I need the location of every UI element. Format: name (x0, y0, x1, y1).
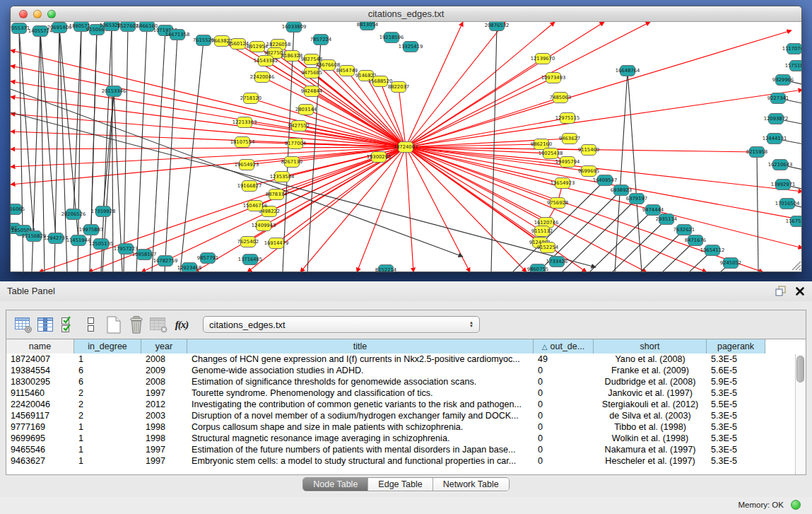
graph-node-label: 16914479 (264, 240, 289, 246)
table-row[interactable]: 1872400712008Changes of HCN gene express… (6, 354, 806, 365)
graph-node-label: 1527602 (117, 23, 139, 29)
graph-node[interactable]: 6938923 (611, 185, 632, 196)
graph-node[interactable]: 11170767 (782, 44, 802, 54)
graph-node[interactable]: 16033809 (282, 22, 307, 33)
graph-node[interactable]: 18107554 (230, 137, 255, 148)
table-row[interactable]: 946362711997Embryonic stem cells: a mode… (6, 455, 806, 467)
graph-node[interactable]: 17359928 (91, 206, 116, 217)
graph-node[interactable]: 16210643 (768, 160, 793, 170)
graph-node[interactable]: 16914479 (264, 238, 289, 249)
graph-node[interactable]: 12975115 (555, 113, 580, 124)
graph-node[interactable]: 8878334 (266, 189, 287, 200)
graph-node[interactable]: 12505135 (89, 239, 114, 250)
table-cell: 2 (74, 410, 141, 421)
graph-node[interactable]: 15751874 (785, 61, 802, 71)
graph-node[interactable]: 20876532 (485, 22, 510, 31)
network-canvas[interactable]: 2055371140557242069140618905719915066310… (11, 22, 802, 272)
select-all-button[interactable] (57, 314, 80, 335)
tab-node-table[interactable]: Node Table (303, 478, 368, 491)
table-cell: 1998 (141, 421, 187, 433)
graph-node[interactable]: 13325419 (399, 42, 423, 52)
graph-node[interactable]: 9474444 (642, 205, 664, 216)
graph-edge (406, 147, 587, 272)
table-row[interactable]: 1456911722003Disruption of a novel membe… (6, 410, 806, 421)
graph-node[interactable]: 9329966 (772, 75, 794, 86)
function-builder-button[interactable]: f(x) (170, 314, 193, 335)
graph-node[interactable]: 12942737 (44, 233, 69, 244)
graph-node[interactable]: 13654923 (551, 178, 575, 189)
graph-node[interactable]: 2718120 (240, 93, 261, 104)
graph-node[interactable]: 2516065 (11, 204, 25, 215)
graph-node[interactable]: 7485063 (550, 93, 571, 103)
graph-node[interactable]: 12444131 (763, 134, 787, 144)
column-header-title[interactable]: title (187, 339, 534, 354)
float-panel-icon[interactable] (775, 285, 787, 297)
column-header-short[interactable]: short (594, 339, 707, 354)
table-row[interactable]: 969969511998Structural magnetic resonanc… (6, 433, 806, 444)
graph-node[interactable]: 10654112 (700, 245, 725, 256)
graph-node[interactable]: 9245052 (720, 258, 741, 269)
scrollbar-thumb[interactable] (796, 356, 804, 382)
graph-node[interactable]: 22420046 (250, 72, 275, 83)
graph-node[interactable]: 2055371 (11, 23, 30, 34)
table-row[interactable]: 946554611997Estimation of the future num… (6, 444, 806, 455)
table-row[interactable]: 977716911998Corpus callosum shape and si… (6, 421, 806, 433)
graph-node[interactable]: 16648764 (616, 66, 640, 76)
create-column-button[interactable] (102, 314, 125, 335)
graph-node[interactable]: 12093872 (764, 114, 789, 124)
memory-status-indicator[interactable] (791, 500, 801, 510)
graph-node[interactable]: 16409547 (593, 175, 618, 186)
column-header-in_degree[interactable]: in_degree (74, 339, 141, 354)
graph-node-label: 8878334 (266, 192, 287, 197)
graph-node[interactable]: 20153346 (102, 86, 126, 97)
graph-node[interactable]: 11451944 (66, 235, 91, 246)
graph-node[interactable]: 8215958 (746, 147, 767, 158)
graph-node[interactable]: 7857224 (310, 35, 331, 45)
column-header-out_de[interactable]: △out_de... (534, 339, 594, 354)
column-header-name[interactable]: name (6, 339, 74, 354)
graph-node[interactable]: 1527602 (117, 22, 139, 32)
window-resize-grip[interactable] (789, 258, 801, 271)
graph-node[interactable]: 9115460 (578, 145, 599, 156)
graph-node[interactable]: 9699695 (578, 166, 599, 177)
graph-node[interactable]: 17016504 (775, 199, 800, 209)
graph-node[interactable]: 7632621 (673, 225, 695, 235)
table-row[interactable]: 911546021997Tourette syndrome. Phenomeno… (6, 387, 806, 399)
table-cell: 9465546 (6, 444, 74, 455)
graph-node[interactable]: 12353584 (270, 172, 295, 182)
delete-table-button-disabled[interactable] (148, 314, 170, 335)
graph-node[interactable]: 7625402 (237, 237, 259, 247)
show-column-button[interactable] (35, 314, 57, 335)
column-header-pagerank[interactable]: pagerank (707, 339, 765, 354)
graph-node[interactable]: 11675300 (786, 216, 802, 227)
graph-node[interactable]: 8152214 (375, 265, 396, 273)
window-titlebar[interactable]: citations_edges.txt (11, 6, 801, 22)
graph-node[interactable]: 9463627 (559, 134, 580, 144)
table-row[interactable]: 1830029562008Estimation of significance … (6, 376, 806, 387)
graph-node[interactable]: 9424844 (301, 86, 322, 97)
network-selector-dropdown[interactable]: citations_edges.txt ▲▼ (203, 316, 480, 333)
sort-ascending-icon: △ (542, 343, 548, 351)
graph-node[interactable]: 9857791 (197, 253, 218, 264)
tab-edge-table[interactable]: Edge Table (368, 478, 433, 491)
graph-node[interactable]: 19166827 (237, 181, 262, 192)
column-settings-button[interactable] (12, 314, 35, 335)
tab-network-table[interactable]: Network Table (433, 478, 509, 491)
table-row[interactable]: 1938455462009Genome-wide association stu… (6, 365, 806, 376)
unselect-all-button[interactable] (80, 314, 102, 335)
table-cell: 0 (534, 376, 594, 387)
close-panel-icon[interactable] (795, 286, 805, 296)
graph-node[interactable]: 6379197 (626, 194, 647, 204)
delete-column-button[interactable] (125, 314, 148, 335)
graph-node[interactable]: 19218596 (379, 33, 404, 43)
graph-node-label: 11675300 (786, 218, 802, 224)
table-row[interactable]: 2242004622012Investigating the contribut… (6, 399, 806, 410)
graph-node[interactable]: 19975887 (79, 225, 104, 235)
column-header-year[interactable]: year (141, 339, 187, 354)
table-scrollbar[interactable] (795, 354, 806, 474)
graph-node[interactable]: 9756928 (547, 198, 568, 209)
graph-node[interactable]: 1733426 (546, 257, 567, 267)
graph-node[interactable]: 12409943 (252, 221, 276, 231)
graph-node[interactable]: 8471676 (685, 235, 706, 246)
graph-node[interactable]: 8813054 (357, 22, 378, 30)
